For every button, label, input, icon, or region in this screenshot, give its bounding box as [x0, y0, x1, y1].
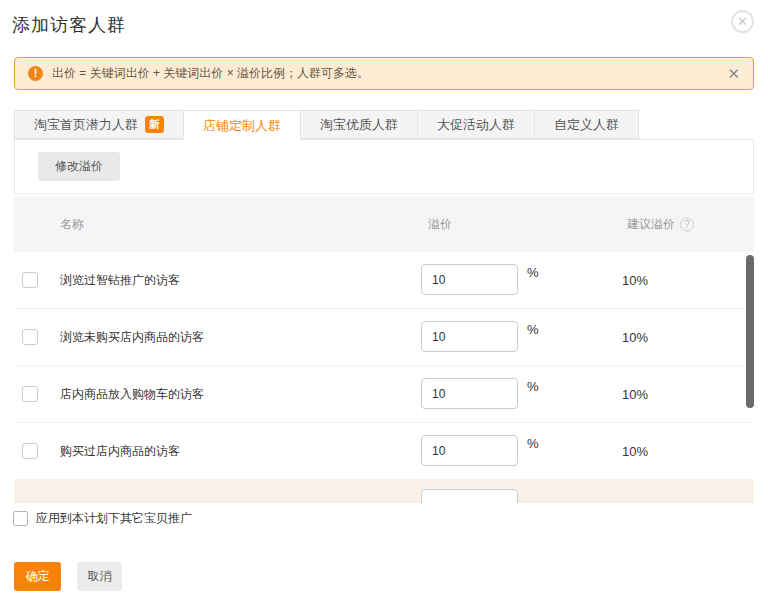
tab-label: 淘宝优质人群 — [320, 116, 398, 134]
dialog-close-icon[interactable]: ✕ — [731, 10, 754, 33]
tab-shop-custom[interactable]: 店铺定制人群 — [184, 110, 301, 140]
percent-sign: % — [527, 322, 539, 337]
alert-text: 出价 = 关键词出价 + 关键词出价 × 溢价比例；人群可多选。 — [52, 65, 369, 82]
suggested-premium-value: 10% — [622, 330, 648, 345]
row-checkbox[interactable] — [22, 386, 38, 402]
add-visitor-audience-dialog: 添加访客人群 ✕ ! 出价 = 关键词出价 + 关键词出价 × 溢价比例；人群可… — [0, 0, 768, 611]
header-suggested: 建议溢价 ? — [627, 216, 694, 233]
suggested-premium-value: 10% — [622, 444, 648, 459]
tab-label: 淘宝首页潜力人群 — [34, 116, 138, 134]
cancel-button[interactable]: 取消 — [77, 562, 122, 591]
table-header: 名称 溢价 建议溢价 ? — [14, 196, 754, 252]
tab-taobao-homepage-potential[interactable]: 淘宝首页潜力人群 新 — [14, 110, 184, 139]
header-name: 名称 — [60, 216, 84, 233]
audience-name: 浏览过智钻推广的访客 — [60, 272, 180, 289]
tab-bar: 淘宝首页潜力人群 新 店铺定制人群 淘宝优质人群 大促活动人群 自定义人群 — [14, 110, 639, 139]
help-icon[interactable]: ? — [680, 217, 694, 231]
percent-sign: % — [527, 436, 539, 451]
table-row: 浏览未购买店内商品的访客 % 10% — [14, 309, 754, 366]
row-checkbox[interactable] — [22, 329, 38, 345]
alert-banner: ! 出价 = 关键词出价 + 关键词出价 × 溢价比例；人群可多选。 ✕ — [14, 57, 754, 90]
apply-label: 应用到本计划下其它宝贝推广 — [36, 510, 192, 527]
audience-name: 店内商品放入购物车的访客 — [60, 386, 204, 403]
confirm-button[interactable]: 确定 — [14, 562, 61, 591]
percent-sign: % — [527, 379, 539, 394]
tab-promo-event[interactable]: 大促活动人群 — [418, 110, 535, 139]
audience-name: 购买过店内商品的访客 — [60, 443, 180, 460]
new-badge: 新 — [145, 116, 164, 133]
tab-label: 大促活动人群 — [437, 116, 515, 134]
table-row: 店内商品放入购物车的访客 % 10% — [14, 366, 754, 423]
alert-close-icon[interactable]: ✕ — [727, 66, 740, 81]
tab-custom-audience[interactable]: 自定义人群 — [535, 110, 639, 139]
premium-input[interactable] — [421, 321, 518, 352]
warning-icon: ! — [28, 66, 43, 81]
suggested-premium-value: 10% — [622, 387, 648, 402]
premium-input[interactable] — [421, 264, 518, 295]
tab-label: 自定义人群 — [554, 116, 619, 134]
premium-input-partial[interactable] — [421, 489, 518, 503]
modify-premium-button[interactable]: 修改溢价 — [38, 152, 120, 181]
row-checkbox[interactable] — [22, 272, 38, 288]
apply-checkbox[interactable] — [13, 511, 28, 526]
header-premium: 溢价 — [428, 216, 452, 233]
table-row: 购买过店内商品的访客 % 10% — [14, 423, 754, 480]
audience-name: 浏览未购买店内商品的访客 — [60, 329, 204, 346]
table-body: 浏览过智钻推广的访客 % 10% 浏览未购买店内商品的访客 % 10% 店内商品… — [14, 252, 754, 503]
tab-taobao-quality[interactable]: 淘宝优质人群 — [301, 110, 418, 139]
scrollbar-thumb[interactable] — [746, 255, 754, 408]
apply-to-plan-row: 应用到本计划下其它宝贝推广 — [13, 510, 192, 527]
percent-sign: % — [527, 265, 539, 280]
table-row-partial — [14, 480, 754, 503]
premium-input[interactable] — [421, 378, 518, 409]
table-row: 浏览过智钻推广的访客 % 10% — [14, 252, 754, 309]
suggested-premium-value: 10% — [622, 273, 648, 288]
header-suggested-label: 建议溢价 — [627, 216, 675, 233]
tab-content-panel: 修改溢价 — [14, 139, 754, 194]
tab-label: 店铺定制人群 — [203, 117, 281, 135]
page-title: 添加访客人群 — [12, 13, 126, 37]
premium-input[interactable] — [421, 435, 518, 466]
row-checkbox[interactable] — [22, 443, 38, 459]
